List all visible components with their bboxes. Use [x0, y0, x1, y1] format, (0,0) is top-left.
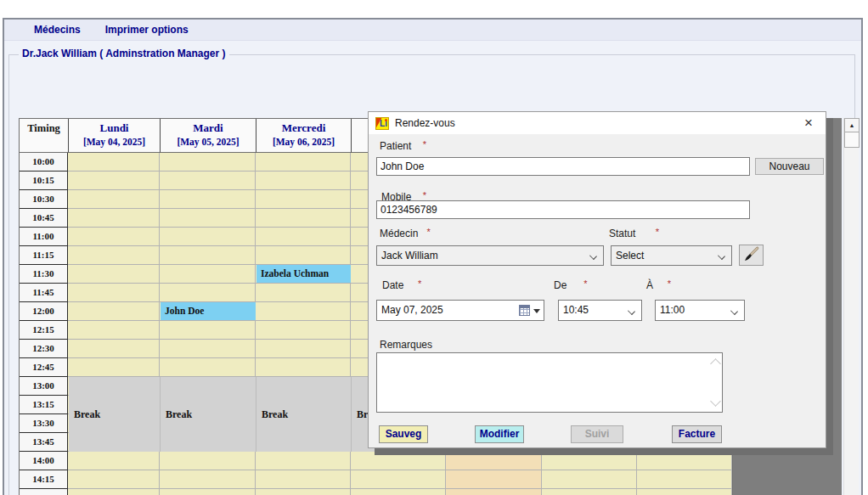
- slot-lundi-10:30[interactable]: [68, 190, 160, 209]
- patient-label: Patient *: [380, 140, 426, 152]
- rendezvous-dialog: Li Rendez-vous × Patient * Nouveau Mobil…: [368, 111, 826, 448]
- slot-vendredi-14:00[interactable]: [446, 452, 542, 470]
- slot-mercredi-10:30[interactable]: [256, 190, 351, 209]
- slot-lundi-11:45[interactable]: [68, 284, 160, 302]
- slot-lundi-12:45[interactable]: [68, 358, 160, 377]
- slot-samedi-14:00[interactable]: [542, 452, 637, 470]
- slot-mercredi-12:15[interactable]: [256, 321, 351, 340]
- doctor-groupbox-title: Dr.Jack William ( Adminstration Manager …: [19, 48, 229, 59]
- menu-medecins[interactable]: Médecins: [34, 24, 81, 36]
- slot-mardi-10:30[interactable]: [160, 190, 256, 209]
- slot-lundi-11:00[interactable]: [68, 228, 160, 246]
- slot-samedi-14:15[interactable]: [542, 470, 637, 489]
- medecin-label: Médecin *: [380, 228, 431, 239]
- menu-bar: Médecins Imprimer options: [4, 20, 861, 41]
- slot-lundi-14:30[interactable]: [68, 489, 160, 495]
- nouveau-button[interactable]: Nouveau: [755, 158, 824, 175]
- slot-mercredi-14:00[interactable]: [256, 452, 351, 470]
- slot-mercredi-10:15[interactable]: [256, 172, 351, 190]
- slot-lundi-10:45[interactable]: [68, 209, 160, 228]
- a-time-select[interactable]: 11:00: [655, 300, 745, 321]
- slot-jeudi-14:30[interactable]: [351, 489, 446, 495]
- slot-lundi-14:15[interactable]: [68, 470, 160, 489]
- slot-mercredi-12:30[interactable]: [256, 340, 351, 358]
- time-label: 13:15: [20, 396, 68, 414]
- slot-mardi-12:45[interactable]: [160, 358, 256, 377]
- slot-mardi-14:30[interactable]: [160, 489, 256, 495]
- slot-mardi-10:45[interactable]: [160, 209, 256, 228]
- slot-lundi-11:15[interactable]: [68, 246, 160, 265]
- slot-mardi-11:45[interactable]: [160, 284, 256, 302]
- de-time-select[interactable]: 10:45: [558, 300, 642, 321]
- calendar-icon: [519, 305, 530, 316]
- slot-mardi-12:30[interactable]: [160, 340, 256, 358]
- scroll-up-button[interactable]: ▲: [844, 118, 860, 132]
- remarques-textarea[interactable]: [376, 352, 723, 413]
- statut-select[interactable]: Select: [611, 245, 732, 266]
- time-label: 10:15: [20, 172, 68, 190]
- clear-status-button[interactable]: [739, 245, 764, 266]
- slot-mardi-14:00[interactable]: [160, 452, 256, 470]
- slot-mercredi-14:30[interactable]: [256, 489, 351, 495]
- chevron-down-icon: [730, 307, 738, 315]
- suivi-button[interactable]: Suivi: [571, 425, 623, 443]
- slot-lundi-12:15[interactable]: [68, 321, 160, 340]
- dialog-titlebar: Li Rendez-vous ×: [369, 112, 826, 134]
- paintbrush-icon: [740, 245, 763, 265]
- de-label: De *: [554, 279, 588, 291]
- mobile-input[interactable]: [376, 200, 750, 219]
- vertical-scrollbar[interactable]: ▲: [843, 118, 859, 495]
- slot-lundi-14:00[interactable]: [68, 452, 160, 470]
- slot-lundi-10:15[interactable]: [68, 172, 160, 190]
- scrollbar-thumb[interactable]: [844, 132, 860, 148]
- slot-lundi-10:00[interactable]: [68, 153, 160, 172]
- slot-mardi-10:00[interactable]: [160, 153, 256, 172]
- slot-mercredi-14:15[interactable]: [256, 470, 351, 489]
- statut-label: Statut *: [609, 228, 659, 239]
- facture-button[interactable]: Facture: [672, 425, 722, 443]
- modifier-button[interactable]: Modifier: [475, 425, 524, 443]
- slot-mardi-14:15[interactable]: [160, 470, 256, 489]
- slot-mercredi-12:45[interactable]: [256, 358, 351, 377]
- time-label: 12:45: [20, 358, 68, 377]
- slot-dimanche-14:15[interactable]: [637, 470, 732, 489]
- screen: Médecins Imprimer options Dr.Jack Willia…: [0, 0, 868, 495]
- day-header-lundi: Lundi[May 04, 2025]: [69, 119, 161, 153]
- time-label: 12:30: [20, 340, 68, 358]
- close-icon[interactable]: ×: [798, 114, 819, 132]
- slot-vendredi-14:30[interactable]: [446, 489, 542, 495]
- menu-imprimer-options[interactable]: Imprimer options: [105, 24, 189, 36]
- appointment-izabela-uchman[interactable]: Izabela Uchman: [256, 265, 351, 283]
- slot-jeudi-14:00[interactable]: [351, 452, 446, 470]
- slot-mercredi-10:45[interactable]: [256, 209, 351, 228]
- slot-mardi-12:15[interactable]: [160, 321, 256, 340]
- dropdown-arrow-icon: [533, 309, 540, 313]
- remarques-label: Remarques: [380, 339, 432, 351]
- slot-vendredi-14:15[interactable]: [446, 470, 542, 489]
- slot-mardi-11:30[interactable]: [160, 265, 256, 284]
- time-label: 10:00: [20, 153, 68, 172]
- slot-mardi-11:00[interactable]: [160, 228, 256, 246]
- slot-mercredi-11:45[interactable]: [256, 284, 351, 302]
- slot-mercredi-12:00[interactable]: [256, 302, 351, 321]
- slot-mardi-10:15[interactable]: [160, 172, 256, 190]
- date-picker[interactable]: May 07, 2025: [376, 300, 544, 321]
- slot-mardi-11:15[interactable]: [160, 246, 256, 265]
- medecin-select[interactable]: Jack William: [376, 245, 604, 266]
- chevron-down-icon: [718, 252, 725, 260]
- sauveg-button[interactable]: Sauveg: [379, 425, 428, 443]
- slot-lundi-12:00[interactable]: [68, 302, 160, 321]
- slot-dimanche-14:00[interactable]: [637, 452, 732, 470]
- appointment-john-doe[interactable]: John Doe: [161, 302, 256, 320]
- slot-lundi-11:30[interactable]: [68, 265, 160, 284]
- slot-mercredi-11:00[interactable]: [256, 228, 351, 246]
- slot-dimanche-14:30[interactable]: [637, 489, 732, 495]
- slot-lundi-12:30[interactable]: [68, 340, 160, 358]
- slot-samedi-14:30[interactable]: [542, 489, 637, 495]
- slot-mercredi-11:15[interactable]: [256, 246, 351, 265]
- slot-jeudi-14:15[interactable]: [351, 470, 446, 489]
- patient-input[interactable]: [376, 157, 750, 176]
- slot-mercredi-10:00[interactable]: [256, 153, 351, 172]
- time-label: 14:15: [20, 470, 68, 489]
- time-label: 13:00: [20, 377, 68, 396]
